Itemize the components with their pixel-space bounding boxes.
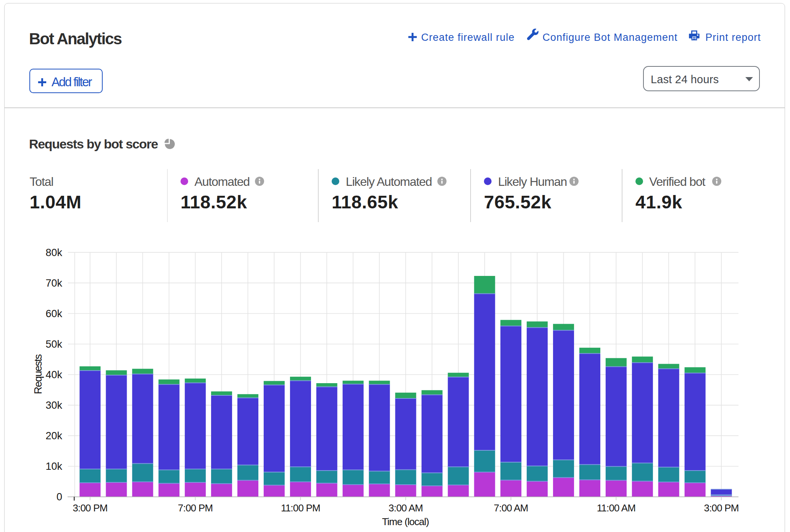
svg-text:10k: 10k bbox=[45, 461, 62, 472]
svg-text:7:00 PM: 7:00 PM bbox=[178, 502, 213, 514]
svg-text:80k: 80k bbox=[45, 247, 62, 258]
svg-text:Requests: Requests bbox=[32, 354, 44, 394]
svg-text:11:00 PM: 11:00 PM bbox=[281, 502, 320, 514]
svg-text:7:00 AM: 7:00 AM bbox=[494, 502, 528, 514]
svg-text:60k: 60k bbox=[45, 308, 62, 319]
svg-text:70k: 70k bbox=[45, 277, 62, 289]
svg-text:40k: 40k bbox=[45, 369, 62, 380]
svg-text:3:00 PM: 3:00 PM bbox=[704, 502, 738, 514]
svg-text:20k: 20k bbox=[45, 430, 62, 442]
svg-text:3:00 PM: 3:00 PM bbox=[73, 502, 107, 514]
svg-text:Time (local): Time (local) bbox=[382, 516, 429, 527]
svg-text:3:00 AM: 3:00 AM bbox=[389, 502, 423, 514]
svg-text:0: 0 bbox=[56, 491, 62, 503]
svg-text:11:00 AM: 11:00 AM bbox=[597, 502, 636, 514]
svg-text:30k: 30k bbox=[45, 400, 62, 411]
svg-text:50k: 50k bbox=[45, 339, 62, 350]
